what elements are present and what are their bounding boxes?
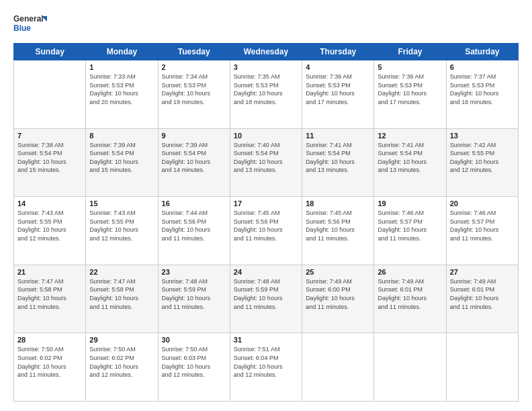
calendar-cell: 15Sunrise: 7:43 AM Sunset: 5:55 PM Dayli… [86, 197, 158, 265]
day-info: Sunrise: 7:33 AM Sunset: 5:53 PM Dayligh… [89, 73, 154, 106]
day-number: 31 [234, 336, 298, 344]
day-info: Sunrise: 7:50 AM Sunset: 6:03 PM Dayligh… [162, 345, 226, 379]
day-info: Sunrise: 7:39 AM Sunset: 5:54 PM Dayligh… [89, 141, 154, 175]
calendar-cell: 26Sunrise: 7:49 AM Sunset: 6:01 PM Dayli… [374, 265, 446, 333]
day-info: Sunrise: 7:37 AM Sunset: 5:53 PM Dayligh… [450, 73, 515, 106]
calendar-cell: 18Sunrise: 7:45 AM Sunset: 5:56 PM Dayli… [302, 197, 374, 265]
calendar-header-row: SundayMondayTuesdayWednesdayThursdayFrid… [14, 44, 519, 60]
day-number: 20 [450, 199, 515, 208]
day-info: Sunrise: 7:44 AM Sunset: 5:56 PM Dayligh… [162, 209, 226, 242]
calendar-cell: 22Sunrise: 7:47 AM Sunset: 5:58 PM Dayli… [86, 265, 158, 333]
day-info: Sunrise: 7:50 AM Sunset: 6:02 PM Dayligh… [89, 345, 154, 379]
day-info: Sunrise: 7:45 AM Sunset: 5:56 PM Dayligh… [306, 209, 370, 242]
calendar-cell: 1Sunrise: 7:33 AM Sunset: 5:53 PM Daylig… [86, 60, 158, 129]
day-number: 4 [306, 63, 370, 71]
calendar-week-3: 14Sunrise: 7:43 AM Sunset: 5:55 PM Dayli… [14, 197, 519, 265]
day-number: 8 [89, 132, 154, 140]
calendar-week-2: 7Sunrise: 7:38 AM Sunset: 5:54 PM Daylig… [14, 128, 519, 197]
day-info: Sunrise: 7:38 AM Sunset: 5:54 PM Dayligh… [17, 141, 82, 175]
calendar-cell: 25Sunrise: 7:49 AM Sunset: 6:00 PM Dayli… [302, 265, 374, 333]
day-number: 10 [234, 132, 298, 140]
day-header-wednesday: Wednesday [230, 44, 302, 60]
day-number: 2 [162, 63, 226, 71]
day-header-sunday: Sunday [14, 44, 86, 60]
day-number: 21 [17, 268, 82, 276]
calendar-cell: 4Sunrise: 7:36 AM Sunset: 5:53 PM Daylig… [302, 60, 374, 129]
day-number: 15 [89, 199, 154, 208]
logo: General Blue [13, 12, 47, 36]
day-number: 16 [162, 199, 226, 208]
day-number: 17 [234, 199, 298, 208]
calendar-cell: 3Sunrise: 7:35 AM Sunset: 5:53 PM Daylig… [230, 60, 302, 129]
calendar-cell [14, 60, 86, 129]
day-info: Sunrise: 7:36 AM Sunset: 5:53 PM Dayligh… [378, 73, 442, 106]
day-number: 7 [17, 132, 82, 140]
day-number: 23 [162, 268, 226, 276]
day-info: Sunrise: 7:46 AM Sunset: 5:57 PM Dayligh… [450, 209, 515, 242]
day-info: Sunrise: 7:45 AM Sunset: 5:56 PM Dayligh… [234, 209, 298, 242]
calendar-cell: 20Sunrise: 7:46 AM Sunset: 5:57 PM Dayli… [446, 197, 518, 265]
calendar-week-5: 28Sunrise: 7:50 AM Sunset: 6:02 PM Dayli… [14, 333, 519, 402]
day-number: 3 [234, 63, 298, 71]
day-number: 11 [306, 132, 370, 140]
day-info: Sunrise: 7:47 AM Sunset: 5:58 PM Dayligh… [17, 277, 82, 311]
day-info: Sunrise: 7:39 AM Sunset: 5:54 PM Dayligh… [162, 141, 226, 175]
day-info: Sunrise: 7:36 AM Sunset: 5:53 PM Dayligh… [306, 73, 370, 106]
calendar-week-1: 1Sunrise: 7:33 AM Sunset: 5:53 PM Daylig… [14, 60, 519, 129]
day-header-saturday: Saturday [446, 44, 518, 60]
day-number: 29 [89, 336, 154, 344]
day-header-monday: Monday [86, 44, 158, 60]
calendar-cell: 27Sunrise: 7:49 AM Sunset: 6:01 PM Dayli… [446, 265, 518, 333]
day-number: 6 [450, 63, 515, 71]
day-info: Sunrise: 7:34 AM Sunset: 5:53 PM Dayligh… [162, 73, 226, 106]
calendar-cell: 24Sunrise: 7:48 AM Sunset: 5:59 PM Dayli… [230, 265, 302, 333]
day-header-tuesday: Tuesday [158, 44, 230, 60]
day-info: Sunrise: 7:42 AM Sunset: 5:55 PM Dayligh… [450, 141, 515, 175]
day-info: Sunrise: 7:48 AM Sunset: 5:59 PM Dayligh… [162, 277, 226, 311]
page: General Blue SundayMondayTuesdayWednesda… [0, 0, 532, 411]
day-info: Sunrise: 7:40 AM Sunset: 5:54 PM Dayligh… [234, 141, 298, 175]
svg-text:Blue: Blue [13, 24, 31, 33]
day-info: Sunrise: 7:49 AM Sunset: 6:01 PM Dayligh… [378, 277, 442, 311]
calendar-cell: 11Sunrise: 7:41 AM Sunset: 5:54 PM Dayli… [302, 128, 374, 197]
calendar-cell: 31Sunrise: 7:51 AM Sunset: 6:04 PM Dayli… [230, 333, 302, 402]
day-number: 13 [450, 132, 515, 140]
day-number: 27 [450, 268, 515, 276]
day-info: Sunrise: 7:43 AM Sunset: 5:55 PM Dayligh… [17, 209, 82, 242]
calendar-cell: 19Sunrise: 7:46 AM Sunset: 5:57 PM Dayli… [374, 197, 446, 265]
day-info: Sunrise: 7:51 AM Sunset: 6:04 PM Dayligh… [234, 345, 298, 379]
day-number: 12 [378, 132, 442, 140]
calendar-cell: 21Sunrise: 7:47 AM Sunset: 5:58 PM Dayli… [14, 265, 86, 333]
calendar-table: SundayMondayTuesdayWednesdayThursdayFrid… [13, 43, 519, 402]
calendar-cell: 8Sunrise: 7:39 AM Sunset: 5:54 PM Daylig… [86, 128, 158, 197]
day-info: Sunrise: 7:41 AM Sunset: 5:54 PM Dayligh… [306, 141, 370, 175]
day-info: Sunrise: 7:47 AM Sunset: 5:58 PM Dayligh… [89, 277, 154, 311]
day-info: Sunrise: 7:35 AM Sunset: 5:53 PM Dayligh… [234, 73, 298, 106]
calendar-cell: 16Sunrise: 7:44 AM Sunset: 5:56 PM Dayli… [158, 197, 230, 265]
header: General Blue [13, 12, 519, 36]
day-info: Sunrise: 7:49 AM Sunset: 6:00 PM Dayligh… [306, 277, 370, 311]
day-number: 28 [17, 336, 82, 344]
day-header-friday: Friday [374, 44, 446, 60]
calendar-cell: 30Sunrise: 7:50 AM Sunset: 6:03 PM Dayli… [158, 333, 230, 402]
day-info: Sunrise: 7:48 AM Sunset: 5:59 PM Dayligh… [234, 277, 298, 311]
calendar-cell: 9Sunrise: 7:39 AM Sunset: 5:54 PM Daylig… [158, 128, 230, 197]
day-info: Sunrise: 7:49 AM Sunset: 6:01 PM Dayligh… [450, 277, 515, 311]
calendar-cell [374, 333, 446, 402]
calendar-cell: 6Sunrise: 7:37 AM Sunset: 5:53 PM Daylig… [446, 60, 518, 129]
calendar-cell: 12Sunrise: 7:41 AM Sunset: 5:54 PM Dayli… [374, 128, 446, 197]
calendar-cell [446, 333, 518, 402]
day-number: 5 [378, 63, 442, 71]
calendar-cell: 29Sunrise: 7:50 AM Sunset: 6:02 PM Dayli… [86, 333, 158, 402]
day-header-thursday: Thursday [302, 44, 374, 60]
calendar-cell: 7Sunrise: 7:38 AM Sunset: 5:54 PM Daylig… [14, 128, 86, 197]
day-number: 19 [378, 199, 442, 208]
day-number: 30 [162, 336, 226, 344]
calendar-cell: 2Sunrise: 7:34 AM Sunset: 5:53 PM Daylig… [158, 60, 230, 129]
calendar-cell: 13Sunrise: 7:42 AM Sunset: 5:55 PM Dayli… [446, 128, 518, 197]
calendar-cell: 5Sunrise: 7:36 AM Sunset: 5:53 PM Daylig… [374, 60, 446, 129]
day-number: 25 [306, 268, 370, 276]
day-number: 9 [162, 132, 226, 140]
calendar-cell: 17Sunrise: 7:45 AM Sunset: 5:56 PM Dayli… [230, 197, 302, 265]
day-info: Sunrise: 7:46 AM Sunset: 5:57 PM Dayligh… [378, 209, 442, 242]
